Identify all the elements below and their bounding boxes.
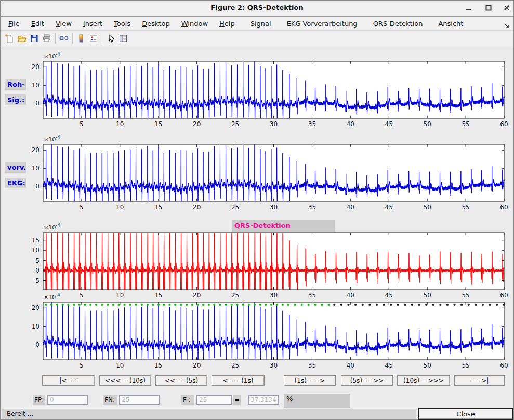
nav-button-forward-5s[interactable]: (5s) ---->> — [341, 375, 393, 386]
svg-text:5: 5 — [80, 204, 84, 211]
svg-text:10: 10 — [116, 362, 124, 369]
insert-colorbar-icon[interactable] — [75, 32, 87, 45]
qrs-detektion-title: QRS-Detektion — [232, 220, 335, 232]
svg-text:10: 10 — [116, 204, 124, 211]
svg-text:50: 50 — [424, 292, 431, 299]
nav-button-go-start[interactable]: |<----- — [42, 375, 95, 386]
svg-text:30: 30 — [270, 120, 278, 128]
svg-text:35: 35 — [308, 120, 316, 128]
fn-input[interactable] — [119, 395, 160, 405]
new-file-icon[interactable] — [3, 32, 16, 45]
svg-text:15: 15 — [32, 237, 39, 244]
status-bar: Bereit ... — [2, 409, 416, 419]
svg-text:5: 5 — [35, 257, 39, 264]
svg-text:50: 50 — [424, 204, 431, 211]
menu-tools[interactable]: Tools — [108, 18, 136, 30]
svg-text:60: 60 — [500, 120, 508, 128]
nav-button-back-10s[interactable]: <<<--- (10s) — [99, 375, 151, 386]
equals-label: = — [233, 395, 241, 405]
svg-text:45: 45 — [385, 204, 393, 211]
f-measure-input[interactable] — [248, 395, 279, 405]
f-label: F : — [181, 395, 194, 405]
svg-text:×10-4: ×10-4 — [44, 134, 60, 143]
svg-text:×10-4: ×10-4 — [44, 292, 60, 301]
svg-text:20: 20 — [193, 362, 201, 369]
svg-text:10: 10 — [32, 247, 39, 254]
menu-overflow-icon[interactable] — [505, 21, 510, 31]
menu-edit[interactable]: Edit — [25, 18, 50, 30]
menu-desktop[interactable]: Desktop — [136, 18, 176, 30]
label-vorv-ekg-2: EKG: — [5, 178, 26, 188]
menu-ansicht[interactable]: Ansicht — [432, 18, 469, 30]
svg-text:20: 20 — [193, 292, 201, 299]
toolbar — [1, 31, 513, 46]
svg-text:20: 20 — [32, 304, 39, 311]
nav-button-back-5s[interactable]: <<---- (5s) — [155, 375, 207, 386]
window-title: Figure 2: QRS-Detektion — [1, 4, 513, 11]
label-roh-signal-2: Sig.: — [5, 94, 26, 105]
maximize-icon[interactable] — [482, 4, 495, 13]
svg-text:45: 45 — [385, 292, 393, 299]
svg-text:30: 30 — [270, 204, 278, 211]
open-file-icon[interactable] — [16, 32, 28, 45]
nav-button-forward-1s[interactable]: (1s) -----> — [284, 375, 336, 386]
svg-text:10: 10 — [116, 292, 124, 299]
fp-label: FP: — [33, 395, 45, 405]
menu-help[interactable]: Help — [214, 18, 241, 30]
link-plot-icon[interactable] — [58, 32, 70, 45]
svg-text:55: 55 — [462, 292, 469, 299]
svg-text:45: 45 — [385, 120, 393, 128]
f-input[interactable] — [196, 395, 232, 405]
menu-qrs-detektion[interactable]: QRS-Detektion — [367, 18, 429, 30]
plot-browser-icon[interactable] — [117, 32, 129, 45]
close-button[interactable]: Close — [418, 408, 513, 420]
svg-text:15: 15 — [154, 292, 162, 299]
svg-text:10: 10 — [32, 165, 39, 172]
svg-text:35: 35 — [308, 292, 316, 299]
nav-button-back-1s[interactable]: <----- (1s) — [212, 375, 265, 386]
svg-text:40: 40 — [347, 120, 354, 128]
fp-input[interactable] — [47, 395, 88, 405]
svg-text:45: 45 — [385, 362, 393, 369]
svg-text:0: 0 — [35, 267, 39, 274]
nav-button-forward-10s[interactable]: (10s) --->>> — [397, 375, 450, 386]
save-icon[interactable] — [28, 32, 41, 45]
close-icon[interactable] — [500, 4, 513, 13]
svg-text:50: 50 — [424, 120, 431, 128]
status-text: Bereit ... — [7, 410, 33, 417]
menu-ekg-vorverarbeitung[interactable]: EKG-Vorverarbeitung — [281, 18, 363, 30]
svg-text:55: 55 — [462, 204, 469, 211]
svg-text:20: 20 — [32, 146, 39, 154]
svg-text:20: 20 — [32, 63, 39, 71]
menu-signal[interactable]: Signal — [245, 18, 277, 30]
menu-file[interactable]: File — [3, 18, 25, 30]
svg-text:25: 25 — [231, 204, 239, 211]
menubar: FileEditViewInsertToolsDesktopWindowHelp… — [1, 16, 513, 31]
svg-text:25: 25 — [231, 292, 239, 299]
toolbar-separator — [55, 33, 56, 44]
minimize-icon[interactable] — [462, 4, 475, 13]
svg-text:25: 25 — [231, 362, 239, 369]
svg-text:5: 5 — [80, 120, 84, 128]
label-roh-signal: Roh- — [5, 79, 26, 90]
plots-canvas: 5101520253035404550556001020×10-45101520… — [1, 1, 514, 420]
svg-text:20: 20 — [193, 204, 201, 211]
svg-text:-5: -5 — [33, 277, 39, 284]
svg-text:25: 25 — [231, 120, 239, 128]
svg-text:15: 15 — [154, 362, 162, 369]
pointer-icon[interactable] — [104, 32, 117, 45]
svg-text:50: 50 — [424, 362, 431, 369]
svg-text:60: 60 — [500, 362, 508, 369]
menu-window[interactable]: Window — [176, 18, 214, 30]
svg-text:40: 40 — [347, 204, 354, 211]
menu-view[interactable]: View — [50, 18, 77, 30]
svg-text:60: 60 — [500, 204, 508, 211]
menu-insert[interactable]: Insert — [77, 18, 108, 30]
nav-button-go-end[interactable]: ----->| — [454, 375, 505, 386]
svg-text:30: 30 — [270, 292, 278, 299]
insert-legend-icon[interactable] — [87, 32, 100, 45]
svg-text:40: 40 — [347, 362, 354, 369]
qrs-detektion-title-text: QRS-Detektion — [234, 222, 291, 229]
print-icon[interactable] — [41, 32, 53, 45]
label-vorv-ekg: vorv. — [5, 162, 26, 173]
